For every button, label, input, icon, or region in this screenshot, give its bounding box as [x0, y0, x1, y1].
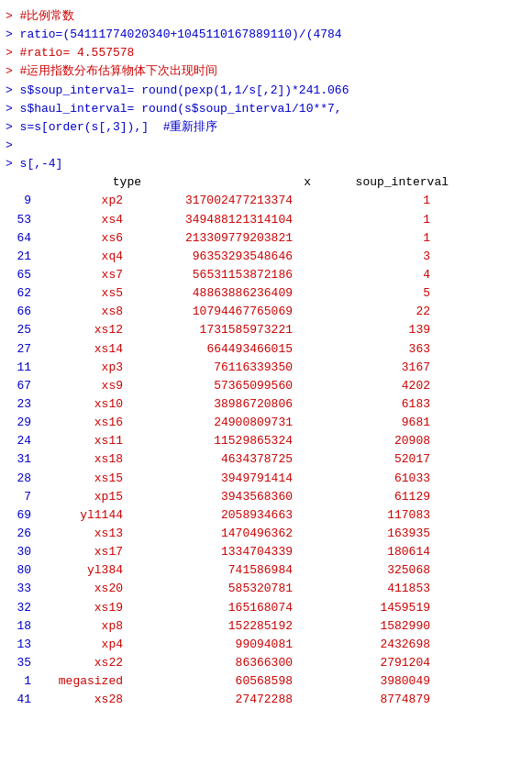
- console-area: > #比例常数 > ratio=(54111774020340+10451101…: [0, 0, 532, 716]
- table-body: 9 xp2 317002477213374 1 53 xs4 349488121…: [6, 192, 526, 709]
- cell-x: 317002477213374: [123, 192, 293, 210]
- cell-rownum: 66: [6, 303, 31, 321]
- table-row: 33 xs20 585320781 411853: [6, 580, 526, 598]
- cell-rownum: 64: [6, 229, 31, 248]
- cell-type: xs8: [31, 303, 123, 321]
- line-5: > s$soup_interval= round(pexp(1,1/s[,2])…: [6, 82, 526, 100]
- cell-soup: 8774879: [293, 691, 430, 709]
- cell-x: 57365099560: [123, 377, 293, 395]
- cell-x: 11529865324: [123, 432, 293, 450]
- line-2: > ratio=(54111774020340+1045110167889110…: [6, 26, 526, 44]
- cell-soup: 61033: [293, 470, 430, 488]
- cell-type: xs20: [31, 580, 123, 598]
- cell-x: 60568598: [123, 672, 293, 691]
- table-row: 62 xs5 48863886236409 5: [6, 284, 526, 303]
- cell-rownum: 27: [6, 340, 31, 359]
- header-x: x: [141, 173, 311, 192]
- table-row: 67 xs9 57365099560 4202: [6, 377, 526, 395]
- cell-soup: 1459519: [293, 599, 430, 617]
- cell-soup: 61129: [293, 488, 430, 506]
- cell-rownum: 1: [6, 672, 31, 691]
- table-row: 13 xp4 99094081 2432698: [6, 636, 526, 654]
- line-1: > #比例常数: [6, 7, 526, 26]
- cell-x: 585320781: [123, 580, 293, 598]
- cell-soup: 3167: [293, 359, 430, 377]
- cell-type: xs13: [31, 525, 123, 543]
- cell-type: megasized: [31, 672, 123, 691]
- cell-soup: 5: [293, 284, 430, 303]
- cell-x: 165168074: [123, 599, 293, 617]
- cell-x: 213309779203821: [123, 229, 293, 248]
- cell-rownum: 41: [6, 691, 31, 709]
- cell-soup: 9681: [293, 414, 430, 432]
- cell-rownum: 21: [6, 248, 31, 266]
- cell-x: 24900809731: [123, 414, 293, 432]
- cell-type: xs22: [31, 654, 123, 672]
- cell-x: 1731585973221: [123, 321, 293, 339]
- cell-x: 4634378725: [123, 450, 293, 469]
- cell-rownum: 33: [6, 580, 31, 598]
- cell-soup: 3980049: [293, 672, 430, 691]
- line-9: > s[,-4]: [6, 155, 526, 173]
- cell-x: 56531153872186: [123, 266, 293, 284]
- cell-rownum: 25: [6, 321, 31, 339]
- cell-soup: 52017: [293, 450, 430, 469]
- cell-type: yl384: [31, 561, 123, 580]
- cell-soup: 20908: [293, 432, 430, 450]
- cell-type: xs19: [31, 599, 123, 617]
- cell-soup: 1: [293, 229, 430, 248]
- cell-type: xs7: [31, 266, 123, 284]
- cell-rownum: 28: [6, 470, 31, 488]
- cell-x: 99094081: [123, 636, 293, 654]
- cell-x: 3949791414: [123, 470, 293, 488]
- cell-rownum: 65: [6, 266, 31, 284]
- cell-rownum: 29: [6, 414, 31, 432]
- code-6: > s$haul_interval= round(s$soup_interval…: [6, 102, 342, 116]
- table-row: 30 xs17 1334704339 180614: [6, 543, 526, 561]
- cell-soup: 139: [293, 321, 430, 339]
- cell-x: 10794467765069: [123, 303, 293, 321]
- cell-rownum: 7: [6, 488, 31, 506]
- table-row: 80 yl384 741586984 325068: [6, 561, 526, 580]
- cell-x: 27472288: [123, 691, 293, 709]
- cell-x: 96353293548646: [123, 248, 293, 266]
- cell-type: xs15: [31, 470, 123, 488]
- table-header: type x soup_interval: [6, 173, 526, 192]
- cell-rownum: 32: [6, 599, 31, 617]
- table-row: 29 xs16 24900809731 9681: [6, 414, 526, 432]
- table-row: 21 xq4 96353293548646 3: [6, 248, 526, 266]
- code-2: > ratio=(54111774020340+1045110167889110…: [6, 28, 342, 41]
- cell-soup: 1: [293, 211, 430, 229]
- cell-soup: 325068: [293, 561, 430, 580]
- table-row: 32 xs19 165168074 1459519: [6, 599, 526, 617]
- line-3: > #ratio= 4.557578: [6, 44, 526, 62]
- table-row: 23 xs10 38986720806 6183: [6, 395, 526, 414]
- cell-rownum: 24: [6, 432, 31, 450]
- cell-soup: 1: [293, 192, 430, 210]
- cell-type: xp3: [31, 359, 123, 377]
- cell-x: 741586984: [123, 561, 293, 580]
- cell-rownum: 13: [6, 636, 31, 654]
- cell-x: 349488121314104: [123, 211, 293, 229]
- cell-type: xs10: [31, 395, 123, 414]
- cell-soup: 180614: [293, 543, 430, 561]
- cell-type: xs14: [31, 340, 123, 359]
- cell-type: xs11: [31, 432, 123, 450]
- cell-type: yl1144: [31, 506, 123, 525]
- cell-type: xp15: [31, 488, 123, 506]
- cell-type: xs17: [31, 543, 123, 561]
- table-row: 66 xs8 10794467765069 22: [6, 303, 526, 321]
- cell-type: xs4: [31, 211, 123, 229]
- table-row: 7 xp15 3943568360 61129: [6, 488, 526, 506]
- table-row: 64 xs6 213309779203821 1: [6, 229, 526, 248]
- cell-rownum: 23: [6, 395, 31, 414]
- cell-type: xs18: [31, 450, 123, 469]
- cell-x: 48863886236409: [123, 284, 293, 303]
- table-row: 53 xs4 349488121314104 1: [6, 211, 526, 229]
- line-4: > #运用指数分布估算物体下次出现时间: [6, 62, 526, 81]
- cell-x: 152285192: [123, 617, 293, 636]
- cell-type: xs9: [31, 377, 123, 395]
- cell-rownum: 26: [6, 525, 31, 543]
- cell-x: 2058934663: [123, 506, 293, 525]
- cell-x: 38986720806: [123, 395, 293, 414]
